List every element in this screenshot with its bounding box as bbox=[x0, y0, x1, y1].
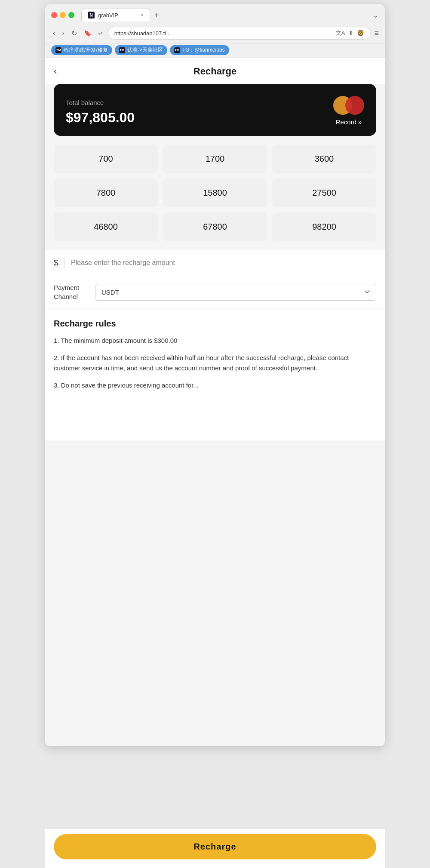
mastercard-logo bbox=[333, 96, 364, 115]
input-separator bbox=[64, 258, 65, 268]
rules-title: Recharge rules bbox=[54, 319, 376, 329]
bookmark-label-0: 程序搭建/开发/修复 bbox=[64, 46, 108, 54]
bookmark-favicon-2: TM bbox=[174, 47, 180, 53]
bookmark-item-2[interactable]: TM TG：@tianmeibbs bbox=[170, 45, 229, 55]
bookmark-favicon-0: TM bbox=[55, 47, 61, 53]
amount-grid: 700 1700 3600 7800 15800 27500 46800 678… bbox=[54, 145, 376, 241]
tab-favicon: N bbox=[88, 12, 95, 18]
browser-titlebar: N grabVIP × + ⌄ bbox=[45, 4, 385, 24]
bookmark-label-1: 认准->天美社区 bbox=[127, 46, 163, 54]
record-button[interactable]: Record » bbox=[336, 118, 362, 126]
bookmark-favicon-1: TM bbox=[119, 47, 125, 53]
balance-card: Total balance $97,805.00 Record » bbox=[54, 84, 376, 136]
traffic-lights bbox=[51, 12, 74, 18]
window-controls: ⌄ bbox=[372, 10, 379, 20]
dollar-prefix: $. bbox=[54, 259, 60, 268]
custom-amount-row: $. bbox=[45, 250, 385, 276]
brave-shield-icon[interactable]: 🦁 bbox=[357, 30, 364, 37]
record-chevron-icon: » bbox=[358, 118, 362, 126]
balance-amount: $97,805.00 bbox=[66, 110, 135, 126]
bookmark-item-1[interactable]: TM 认准->天美社区 bbox=[115, 45, 167, 55]
reload-button[interactable]: ↻ bbox=[70, 28, 79, 38]
share-icon[interactable]: ⬆ bbox=[348, 30, 353, 37]
amount-btn-8[interactable]: 98200 bbox=[272, 212, 376, 241]
mastercard-circle-right bbox=[345, 96, 364, 115]
tab-bar: N grabVIP × + bbox=[81, 9, 369, 22]
payment-channel-select[interactable]: USDT BTC ETH bbox=[95, 284, 376, 301]
amount-btn-5[interactable]: 27500 bbox=[272, 179, 376, 207]
bookmark-label-2: TG：@tianmeibbs bbox=[182, 46, 225, 54]
amount-btn-7[interactable]: 67800 bbox=[163, 212, 267, 241]
bookmark-button[interactable]: 🔖 bbox=[82, 29, 93, 37]
traffic-light-red[interactable] bbox=[51, 12, 57, 18]
rules-section: Recharge rules 1. The minimum deposit am… bbox=[45, 308, 385, 440]
bookmark-item-0[interactable]: TM 程序搭建/开发/修复 bbox=[51, 45, 112, 55]
record-label: Record bbox=[336, 118, 356, 126]
tab-title: grabVIP bbox=[98, 12, 118, 18]
amount-btn-4[interactable]: 15800 bbox=[163, 179, 267, 207]
rule-item-1: 2. If the account has not been received … bbox=[54, 353, 376, 373]
traffic-light-green[interactable] bbox=[68, 12, 74, 18]
back-button[interactable]: ‹ bbox=[51, 28, 57, 38]
url-text: https://shuadan107.ti... bbox=[114, 30, 332, 37]
new-tab-button[interactable]: + bbox=[153, 9, 161, 22]
rule-item-0: 1. The minimum deposit amount is $300.00 bbox=[54, 336, 376, 346]
active-tab[interactable]: N grabVIP × bbox=[81, 9, 150, 22]
translate-icon[interactable]: 文A bbox=[336, 29, 345, 37]
browser-window: N grabVIP × + ⌄ ‹ › ↻ 🔖 ⇌ https://shuada… bbox=[45, 4, 385, 746]
page-content: ‹ Recharge Total balance $97,805.00 Reco… bbox=[45, 58, 385, 746]
address-bar[interactable]: https://shuadan107.ti... 文A ⬆ 🦁 bbox=[108, 27, 371, 40]
traffic-light-yellow[interactable] bbox=[60, 12, 66, 18]
rule-item-2: 3. Do not save the previous receiving ac… bbox=[54, 380, 376, 391]
page-title: Recharge bbox=[194, 66, 236, 77]
amount-btn-3[interactable]: 7800 bbox=[54, 179, 158, 207]
recharge-amount-input[interactable] bbox=[71, 259, 376, 267]
bookmarks-bar: TM 程序搭建/开发/修复 TM 认准->天美社区 TM TG：@tianmei… bbox=[45, 43, 385, 58]
menu-icon[interactable]: ≡ bbox=[374, 29, 379, 38]
balance-label: Total balance bbox=[66, 99, 135, 106]
balance-right: Record » bbox=[333, 96, 364, 126]
tab-manager-button[interactable]: ⇌ bbox=[96, 29, 104, 37]
browser-toolbar: ‹ › ↻ 🔖 ⇌ https://shuadan107.ti... 文A ⬆ … bbox=[45, 24, 385, 43]
payment-channel-label: PaymentChannel bbox=[54, 283, 88, 301]
amount-btn-0[interactable]: 700 bbox=[54, 145, 158, 173]
forward-button[interactable]: › bbox=[60, 28, 66, 38]
tab-close-button[interactable]: × bbox=[141, 12, 144, 18]
page-header: ‹ Recharge bbox=[45, 58, 385, 84]
amount-btn-1[interactable]: 1700 bbox=[163, 145, 267, 173]
payment-channel-row: PaymentChannel USDT BTC ETH bbox=[45, 276, 385, 308]
balance-info: Total balance $97,805.00 bbox=[66, 99, 135, 126]
browser-chrome: N grabVIP × + ⌄ ‹ › ↻ 🔖 ⇌ https://shuada… bbox=[45, 4, 385, 58]
back-navigation-button[interactable]: ‹ bbox=[54, 66, 57, 77]
amount-btn-6[interactable]: 46800 bbox=[54, 212, 158, 241]
amount-btn-2[interactable]: 3600 bbox=[272, 145, 376, 173]
